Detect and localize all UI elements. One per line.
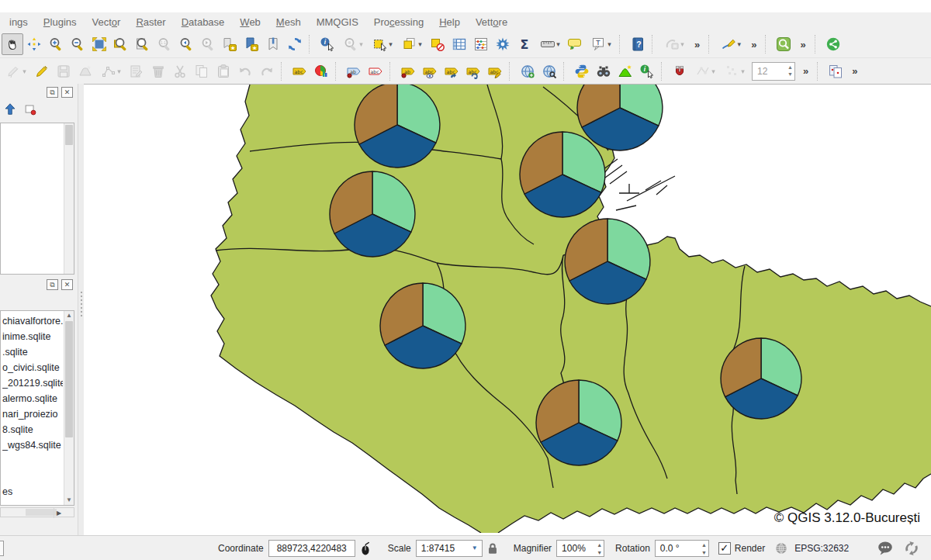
rotation-spinbox[interactable]: 0.0 ° ▲▼ bbox=[655, 540, 709, 557]
python-console-button[interactable] bbox=[571, 60, 593, 82]
identify-features-button[interactable]: i bbox=[317, 33, 338, 55]
open-attribute-table-button[interactable] bbox=[448, 33, 470, 55]
osm-downloader-button[interactable] bbox=[593, 60, 614, 82]
zoom-full-extent-button[interactable] bbox=[88, 33, 110, 55]
measure-line-button[interactable]: ▾ bbox=[535, 33, 565, 55]
panel2-float-button[interactable]: ⧉ bbox=[47, 279, 58, 290]
toolbar-overflow-button[interactable]: » bbox=[746, 39, 762, 50]
toggle-editing-button[interactable] bbox=[31, 60, 53, 82]
share-layer-button[interactable] bbox=[822, 33, 844, 55]
file-list-item[interactable]: _wgs84.sqlite bbox=[2, 437, 63, 453]
scroll-down-arrow[interactable]: ▼ bbox=[64, 496, 74, 505]
extents-toggle-icon[interactable] bbox=[358, 541, 374, 556]
file-list-item[interactable]: 8.sqlite bbox=[2, 422, 63, 437]
show-hidden-labels-button[interactable]: abc bbox=[419, 60, 441, 82]
menu-ings[interactable]: ings bbox=[2, 14, 36, 30]
help-contents-button[interactable]: ? bbox=[627, 33, 649, 55]
toolbar-overflow-button[interactable]: » bbox=[794, 39, 811, 50]
deselect-all-button[interactable] bbox=[427, 33, 448, 55]
menu-vettore[interactable]: Vettore bbox=[468, 14, 515, 30]
zoom-to-layer-button[interactable] bbox=[132, 33, 154, 55]
menu-mesh[interactable]: Mesh bbox=[268, 14, 309, 30]
file-list-item[interactable]: alermo.sqlite bbox=[2, 391, 63, 406]
file-list-item[interactable]: chiavalfortore. bbox=[2, 313, 63, 329]
scale-dropdown-icon[interactable]: ▼ bbox=[469, 542, 480, 555]
scale-lock-icon[interactable] bbox=[486, 541, 500, 555]
log-messages-icon[interactable] bbox=[877, 540, 894, 557]
file-list-scrollbar[interactable]: ▲ ▼ bbox=[64, 311, 74, 505]
file-list-item[interactable]: .sqlite bbox=[2, 344, 63, 360]
news-feed-icon[interactable] bbox=[903, 540, 920, 557]
enable-snapping-button[interactable] bbox=[669, 60, 690, 82]
new-spatial-bookmark-button[interactable] bbox=[219, 33, 241, 55]
show-statistics-button[interactable]: Σ bbox=[514, 33, 535, 55]
file-list-item[interactable]: nari_proiezio bbox=[2, 406, 63, 422]
menu-mmqgis[interactable]: MMQGIS bbox=[309, 14, 366, 30]
new-shapefile-layer-button[interactable] bbox=[614, 60, 636, 82]
crs-globe-icon[interactable] bbox=[774, 541, 788, 555]
pan-map-button[interactable] bbox=[2, 33, 23, 55]
text-annotation-button[interactable]: T▾ bbox=[587, 33, 616, 55]
file-list-item[interactable]: o_civici.sqlite bbox=[2, 360, 63, 375]
layer-labeling-button[interactable]: abc bbox=[289, 60, 310, 82]
toolbar-overflow-button[interactable]: » bbox=[798, 65, 814, 77]
menu-web[interactable]: Web bbox=[232, 14, 268, 30]
processing-toolbox-button[interactable] bbox=[492, 33, 514, 55]
panel1-scrollbar[interactable] bbox=[64, 123, 74, 274]
menu-vector[interactable]: Vector bbox=[85, 14, 129, 30]
menu-processing[interactable]: Processing bbox=[366, 14, 431, 30]
refresh-map-button[interactable] bbox=[284, 33, 306, 55]
magnifier-spinbox[interactable]: 100% ▲▼ bbox=[556, 540, 604, 557]
panel1-close-button[interactable]: ✕ bbox=[61, 87, 73, 98]
zoom-out-button[interactable] bbox=[67, 33, 88, 55]
remove-item-button[interactable] bbox=[23, 102, 37, 119]
menu-help[interactable]: Help bbox=[431, 14, 468, 30]
move-layer-up-button[interactable] bbox=[3, 102, 17, 119]
pin-unpin-labels-button[interactable]: ab bbox=[343, 60, 365, 82]
select-features-button[interactable]: ▾ bbox=[368, 33, 397, 55]
zoom-to-selection-button[interactable] bbox=[110, 33, 132, 55]
move-label-button[interactable]: abc bbox=[441, 60, 462, 82]
identify-plus-button[interactable]: i bbox=[636, 60, 658, 82]
metasearch-add-button[interactable] bbox=[517, 60, 538, 82]
change-label-properties-button[interactable]: abc bbox=[484, 60, 506, 82]
highlight-pinned-labels-button[interactable]: abc bbox=[365, 60, 386, 82]
scroll-up-arrow[interactable]: ▲ bbox=[64, 311, 74, 320]
layer-diagram-button[interactable] bbox=[310, 60, 332, 82]
bookmark-manager-button[interactable] bbox=[262, 33, 284, 55]
copy-paste-style-button[interactable] bbox=[825, 60, 846, 82]
snapping-tolerance-spinbox[interactable]: 12▲▼ bbox=[752, 62, 795, 81]
scale-combo[interactable]: 1:87415 ▼ bbox=[416, 540, 483, 557]
locator-box-fragment[interactable] bbox=[0, 541, 4, 556]
map-canvas[interactable]: © QGIS 3.12.0-București bbox=[84, 84, 931, 535]
scroll-right-arrow[interactable]: ▶ bbox=[54, 508, 64, 518]
toolbar-overflow-button[interactable]: » bbox=[689, 39, 705, 50]
file-list-item[interactable]: _201219.sqlite bbox=[2, 375, 63, 391]
rotate-label-button[interactable]: abc bbox=[462, 60, 484, 82]
annotation-pen-button[interactable]: ▾ bbox=[716, 33, 746, 55]
metasearch-button[interactable] bbox=[538, 60, 560, 82]
file-list-hscrollbar[interactable]: ▶ bbox=[0, 507, 74, 517]
field-calculator-button[interactable] bbox=[470, 33, 492, 55]
menu-raster[interactable]: Raster bbox=[128, 14, 173, 30]
map-tips-button[interactable] bbox=[565, 33, 587, 55]
panel1-float-button[interactable]: ⧉ bbox=[47, 87, 58, 98]
zoom-last-button[interactable] bbox=[175, 33, 197, 55]
render-checkbox[interactable]: ✓ bbox=[718, 542, 731, 555]
menu-database[interactable]: Database bbox=[174, 14, 233, 30]
file-list-item[interactable]: inime.sqlite bbox=[2, 329, 63, 344]
show-bookmarks-button[interactable] bbox=[241, 33, 262, 55]
select-by-value-button[interactable]: ▾ bbox=[397, 33, 427, 55]
toolbar-overflow-button[interactable]: » bbox=[846, 65, 863, 77]
pin-label-button[interactable]: ab bbox=[397, 60, 419, 82]
panel2-close-button[interactable]: ✕ bbox=[61, 279, 73, 290]
file-list-item[interactable]: es bbox=[2, 484, 63, 500]
panel1-list[interactable] bbox=[0, 123, 74, 275]
dock-splitter[interactable] bbox=[78, 84, 84, 535]
coordinate-input[interactable]: 889723,4220483 bbox=[268, 540, 355, 557]
osm-place-search-button[interactable] bbox=[773, 33, 794, 55]
zoom-in-button[interactable] bbox=[45, 33, 67, 55]
crs-status[interactable]: EPSG:32632 bbox=[794, 543, 849, 554]
pan-to-selection-button[interactable] bbox=[23, 33, 45, 55]
menu-plugins[interactable]: Plugins bbox=[36, 14, 85, 30]
